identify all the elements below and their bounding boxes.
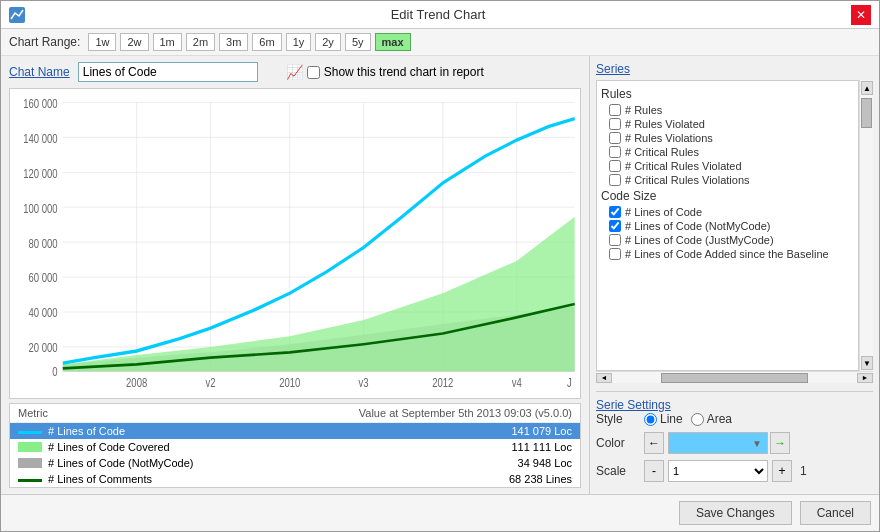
checkbox-rules-violations-input[interactable] bbox=[609, 132, 621, 144]
range-2m[interactable]: 2m bbox=[186, 33, 215, 51]
hz-scrollbar-thumb[interactable] bbox=[661, 373, 808, 383]
series-hz-scrollbar[interactable]: ◄ ► bbox=[596, 371, 873, 383]
svg-text:0: 0 bbox=[52, 365, 57, 378]
checkbox-loc-notmycode-label: # Lines of Code (NotMyCode) bbox=[625, 220, 771, 232]
scale-controls: - 1 2 3 4 5 + 1 bbox=[644, 460, 807, 482]
show-trend-checkbox[interactable] bbox=[307, 66, 320, 79]
style-area-label[interactable]: Area bbox=[691, 412, 732, 426]
svg-text:160 000: 160 000 bbox=[23, 97, 57, 110]
scrollbar-thumb[interactable] bbox=[861, 98, 872, 128]
legend-row[interactable]: # Lines of Code Covered 111 111 Loc bbox=[10, 439, 580, 455]
range-2y[interactable]: 2y bbox=[315, 33, 341, 51]
toolbar: Chart Range: 1w 2w 1m 2m 3m 6m 1y 2y 5y … bbox=[1, 29, 879, 56]
save-changes-button[interactable]: Save Changes bbox=[679, 501, 792, 525]
svg-text:2010: 2010 bbox=[279, 376, 300, 389]
style-area-text: Area bbox=[707, 412, 732, 426]
checkbox-loc-label: # Lines of Code bbox=[625, 206, 702, 218]
checkbox-loc[interactable]: # Lines of Code bbox=[601, 205, 854, 219]
checkbox-rules-violated-input[interactable] bbox=[609, 118, 621, 130]
checkbox-critical-rules-input[interactable] bbox=[609, 146, 621, 158]
checkbox-rules-violated[interactable]: # Rules Violated bbox=[601, 117, 854, 131]
range-5y[interactable]: 5y bbox=[345, 33, 371, 51]
hz-scroll-right[interactable]: ► bbox=[857, 373, 873, 383]
right-panel: Series Rules # Rules # Rules Violated bbox=[589, 56, 879, 494]
svg-text:v3: v3 bbox=[359, 376, 369, 389]
style-row: Style Line Area bbox=[596, 412, 873, 426]
show-trend-label: Show this trend chart in report bbox=[324, 65, 484, 79]
app-icon bbox=[9, 7, 25, 23]
legend-row[interactable]: # Lines of Code (NotMyCode) 34 948 Loc bbox=[10, 455, 580, 471]
checkbox-rules-violations[interactable]: # Rules Violations bbox=[601, 131, 854, 145]
range-max[interactable]: max bbox=[375, 33, 411, 51]
scale-select[interactable]: 1 2 3 4 5 bbox=[668, 460, 768, 482]
scale-minus-button[interactable]: - bbox=[644, 460, 664, 482]
checkbox-loc-notmycode[interactable]: # Lines of Code (NotMyCode) bbox=[601, 219, 854, 233]
range-1m[interactable]: 1m bbox=[153, 33, 182, 51]
scale-display: 1 bbox=[800, 464, 807, 478]
legend-value-header: Value at September 5th 2013 09:03 (v5.0.… bbox=[359, 407, 572, 419]
legend-metric-header: Metric bbox=[18, 407, 359, 419]
checkbox-critical-rules-violated-input[interactable] bbox=[609, 160, 621, 172]
checkbox-loc-input[interactable] bbox=[609, 206, 621, 218]
color-controls: ← ▼ → bbox=[644, 432, 790, 454]
chart-name-row: Chat Name 📈 Show this trend chart in rep… bbox=[9, 62, 581, 82]
chart-range-label: Chart Range: bbox=[9, 35, 80, 49]
color-next-button[interactable]: → bbox=[770, 432, 790, 454]
hz-scroll-left[interactable]: ◄ bbox=[596, 373, 612, 383]
cancel-button[interactable]: Cancel bbox=[800, 501, 871, 525]
checkbox-critical-rules-violations[interactable]: # Critical Rules Violations bbox=[601, 173, 854, 187]
style-area-radio[interactable] bbox=[691, 413, 704, 426]
content-area: Chat Name 📈 Show this trend chart in rep… bbox=[1, 56, 879, 494]
left-panel: Chat Name 📈 Show this trend chart in rep… bbox=[1, 56, 589, 494]
series-title: Series bbox=[596, 62, 873, 76]
legend-color-0 bbox=[18, 431, 42, 434]
checkbox-rules-input[interactable] bbox=[609, 104, 621, 116]
scale-plus-button[interactable]: + bbox=[772, 460, 792, 482]
style-line-radio[interactable] bbox=[644, 413, 657, 426]
checkbox-critical-rules-violations-input[interactable] bbox=[609, 174, 621, 186]
legend-row[interactable]: # Lines of Code 141 079 Loc bbox=[10, 423, 580, 439]
checkbox-loc-baseline[interactable]: # Lines of Code Added since the Baseline bbox=[601, 247, 854, 261]
checkbox-critical-rules[interactable]: # Critical Rules bbox=[601, 145, 854, 159]
range-1w[interactable]: 1w bbox=[88, 33, 116, 51]
legend-row[interactable]: # Lines of Comments 68 238 Lines bbox=[10, 471, 580, 487]
checkbox-critical-rules-violations-label: # Critical Rules Violations bbox=[625, 174, 750, 186]
style-line-label[interactable]: Line bbox=[644, 412, 683, 426]
checkbox-loc-justmycode-label: # Lines of Code (JustMyCode) bbox=[625, 234, 774, 246]
color-right-icon: → bbox=[774, 436, 786, 450]
scale-row: Scale - 1 2 3 4 5 + 1 bbox=[596, 460, 873, 482]
checkbox-rules-violations-label: # Rules Violations bbox=[625, 132, 713, 144]
checkbox-loc-baseline-label: # Lines of Code Added since the Baseline bbox=[625, 248, 829, 260]
range-2w[interactable]: 2w bbox=[120, 33, 148, 51]
checkbox-rules[interactable]: # Rules bbox=[601, 103, 854, 117]
serie-settings: Serie Settings Style Line Area bbox=[596, 391, 873, 488]
scrollbar-up[interactable]: ▲ bbox=[861, 81, 873, 95]
scrollbar-down[interactable]: ▼ bbox=[861, 356, 873, 370]
checkbox-loc-justmycode-input[interactable] bbox=[609, 234, 621, 246]
range-1y[interactable]: 1y bbox=[286, 33, 312, 51]
range-3m[interactable]: 3m bbox=[219, 33, 248, 51]
legend-color-1 bbox=[18, 442, 42, 452]
chart-name-label: Chat Name bbox=[9, 65, 70, 79]
style-label: Style bbox=[596, 412, 636, 426]
checkbox-loc-baseline-input[interactable] bbox=[609, 248, 621, 260]
color-row: Color ← ▼ → bbox=[596, 432, 873, 454]
legend-value-2: 34 948 Loc bbox=[518, 457, 572, 469]
show-trend-row: 📈 Show this trend chart in report bbox=[286, 64, 484, 80]
title-bar-left bbox=[9, 7, 25, 23]
svg-text:140 000: 140 000 bbox=[23, 132, 57, 145]
range-6m[interactable]: 6m bbox=[252, 33, 281, 51]
close-button[interactable]: ✕ bbox=[851, 5, 871, 25]
series-scrollbar[interactable]: ▲ ▼ bbox=[859, 80, 873, 371]
legend-color-3 bbox=[18, 479, 42, 482]
chart-name-input[interactable] bbox=[78, 62, 258, 82]
checkbox-loc-notmycode-input[interactable] bbox=[609, 220, 621, 232]
title-bar: Edit Trend Chart ✕ bbox=[1, 1, 879, 29]
svg-text:2008: 2008 bbox=[126, 376, 147, 389]
checkbox-loc-justmycode[interactable]: # Lines of Code (JustMyCode) bbox=[601, 233, 854, 247]
trend-icon: 📈 bbox=[286, 64, 303, 80]
checkbox-critical-rules-violated[interactable]: # Critical Rules Violated bbox=[601, 159, 854, 173]
checkbox-rules-label: # Rules bbox=[625, 104, 662, 116]
legend-header: Metric Value at September 5th 2013 09:03… bbox=[10, 404, 580, 423]
style-radio-group: Line Area bbox=[644, 412, 732, 426]
